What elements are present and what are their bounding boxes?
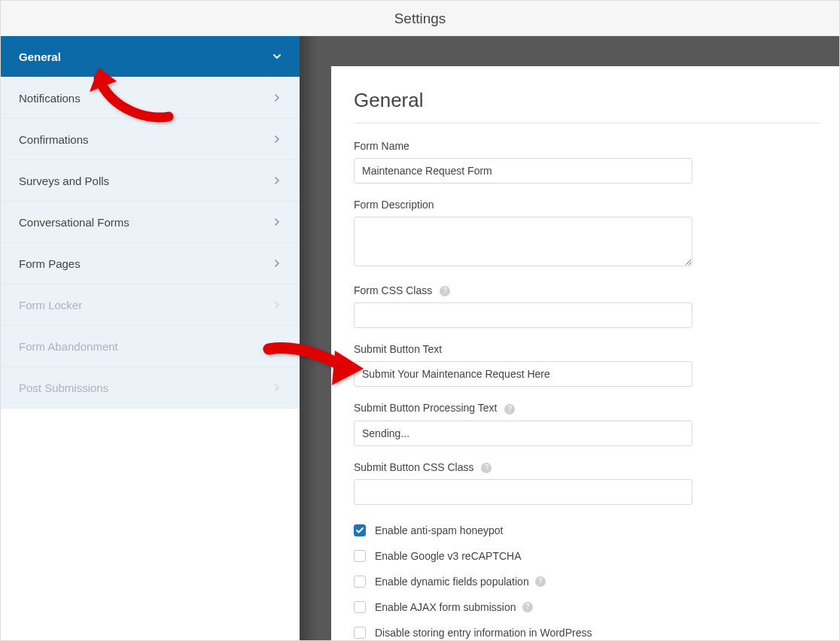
field-submit-button-text: Submit Button Text bbox=[354, 343, 820, 387]
sidebar-item-label: General bbox=[19, 50, 61, 63]
checkbox-anti-spam-honeypot[interactable]: Enable anti-spam honeypot bbox=[354, 524, 820, 536]
sidebar-item-general[interactable]: General bbox=[1, 36, 300, 77]
checkbox-icon bbox=[354, 576, 366, 588]
sidebar-item-form-pages[interactable]: Form Pages bbox=[1, 243, 300, 284]
sidebar-item-conversational-forms[interactable]: Conversational Forms bbox=[1, 202, 300, 243]
settings-panel-general: General Form Name Form Description Form … bbox=[331, 66, 840, 641]
form-name-input[interactable] bbox=[354, 158, 692, 184]
checkbox-label: Enable AJAX form submission bbox=[375, 601, 516, 613]
checkbox-ajax-submission[interactable]: Enable AJAX form submission ? bbox=[354, 601, 820, 613]
checkbox-disable-storing-entry[interactable]: Disable storing entry information in Wor… bbox=[354, 627, 820, 639]
help-icon[interactable]: ? bbox=[535, 576, 546, 587]
sidebar-item-label: Conversational Forms bbox=[19, 216, 129, 229]
sidebar-item-label: Form Pages bbox=[19, 257, 81, 270]
sidebar-item-label: Form Locker bbox=[19, 299, 82, 311]
form-css-class-label: Form CSS Class ? bbox=[354, 284, 820, 296]
field-form-name: Form Name bbox=[354, 140, 820, 184]
chevron-down-icon bbox=[272, 52, 282, 61]
sidebar-item-surveys-polls[interactable]: Surveys and Polls bbox=[1, 160, 300, 202]
checkbox-icon bbox=[354, 550, 366, 562]
chevron-right-icon bbox=[272, 135, 282, 144]
chevron-right-icon bbox=[272, 342, 282, 351]
help-icon[interactable]: ? bbox=[522, 602, 533, 612]
submit-button-text-input[interactable] bbox=[354, 361, 692, 387]
form-description-label: Form Description bbox=[354, 199, 820, 211]
form-css-class-input[interactable] bbox=[354, 302, 692, 328]
checkbox-label: Enable dynamic fields population bbox=[375, 576, 529, 588]
checkbox-label: Enable anti-spam honeypot bbox=[375, 524, 503, 536]
form-name-label: Form Name bbox=[354, 140, 820, 152]
help-icon[interactable]: ? bbox=[481, 463, 492, 473]
checkbox-dynamic-fields-population[interactable]: Enable dynamic fields population ? bbox=[354, 576, 820, 588]
panel-heading: General bbox=[354, 89, 820, 123]
checkbox-icon bbox=[354, 524, 366, 536]
checkbox-google-recaptcha[interactable]: Enable Google v3 reCAPTCHA bbox=[354, 550, 820, 562]
checkbox-label: Disable storing entry information in Wor… bbox=[375, 627, 592, 639]
submit-processing-text-input[interactable] bbox=[354, 421, 692, 446]
sidebar-item-confirmations[interactable]: Confirmations bbox=[1, 119, 300, 160]
chevron-right-icon bbox=[272, 93, 282, 102]
submit-css-class-input[interactable] bbox=[354, 479, 692, 505]
sidebar-item-form-locker[interactable]: Form Locker bbox=[1, 284, 300, 326]
field-form-css-class: Form CSS Class ? bbox=[354, 284, 820, 328]
chevron-right-icon bbox=[272, 383, 282, 392]
sidebar-item-label: Form Abandonment bbox=[19, 340, 118, 353]
field-form-description: Form Description bbox=[354, 199, 820, 269]
field-submit-processing-text: Submit Button Processing Text ? bbox=[354, 402, 820, 445]
checkbox-icon bbox=[354, 627, 366, 639]
chevron-right-icon bbox=[272, 259, 282, 268]
sidebar-item-label: Confirmations bbox=[19, 133, 89, 146]
form-description-input[interactable] bbox=[354, 217, 692, 266]
page-title: Settings bbox=[1, 1, 839, 36]
field-submit-css-class: Submit Button CSS Class ? bbox=[354, 461, 820, 505]
help-icon[interactable]: ? bbox=[440, 286, 450, 296]
submit-css-class-label: Submit Button CSS Class ? bbox=[354, 461, 820, 473]
sidebar-item-form-abandonment[interactable]: Form Abandonment bbox=[1, 326, 300, 367]
sidebar-item-notifications[interactable]: Notifications bbox=[1, 77, 300, 119]
settings-sidebar: General Notifications Confirmations Surv… bbox=[1, 36, 300, 640]
content-area: General Form Name Form Description Form … bbox=[300, 36, 839, 640]
sidebar-item-label: Notifications bbox=[19, 92, 81, 105]
checkbox-label: Enable Google v3 reCAPTCHA bbox=[375, 550, 522, 562]
chevron-right-icon bbox=[272, 300, 282, 309]
submit-processing-text-label: Submit Button Processing Text ? bbox=[354, 402, 820, 414]
submit-button-text-label: Submit Button Text bbox=[354, 343, 820, 355]
chevron-right-icon bbox=[272, 176, 282, 185]
chevron-right-icon bbox=[272, 217, 282, 226]
help-icon[interactable]: ? bbox=[504, 404, 515, 415]
sidebar-item-label: Post Submissions bbox=[19, 381, 108, 394]
sidebar-item-label: Surveys and Polls bbox=[19, 175, 109, 187]
checkbox-icon bbox=[354, 601, 366, 613]
sidebar-item-post-submissions[interactable]: Post Submissions bbox=[1, 367, 300, 409]
